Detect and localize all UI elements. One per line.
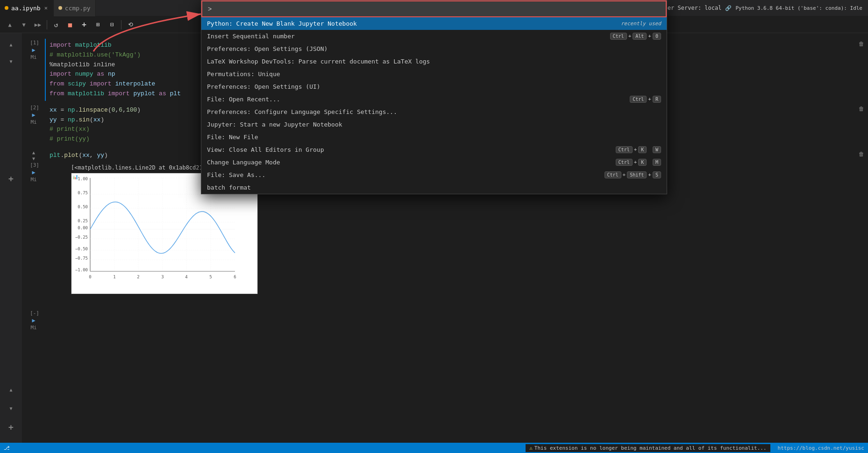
cp-item-change-language[interactable]: Change Language Mode Ctrl + K M	[201, 156, 667, 169]
cp-space	[648, 159, 651, 165]
cell-2-run-button[interactable]: ▶	[32, 112, 35, 118]
cell-2-type: Mi	[30, 119, 36, 125]
cp-item-label: File: Save As...	[207, 171, 265, 178]
toolbar-separator-1	[47, 20, 47, 29]
cp-item-left: File: Open Recent...	[207, 96, 280, 103]
warning-url[interactable]: https://blog.csdn.net/yusisc	[778, 445, 864, 451]
add-cell-button[interactable]: +	[78, 19, 90, 31]
outline-button[interactable]: ⊟	[106, 19, 118, 31]
svg-text:1: 1	[113, 275, 115, 279]
cp-plus: +	[648, 172, 651, 178]
run-next-button[interactable]: ▼	[18, 19, 30, 31]
collapse-down-icon[interactable]: ▼	[4, 54, 19, 69]
cp-recently-used: recently used	[621, 21, 661, 27]
cp-item-batch-format[interactable]: batch format	[201, 181, 667, 194]
cp-item-open-settings-ui[interactable]: Preferences: Open Settings (UI)	[201, 80, 667, 93]
cell-1-run-button[interactable]: ▶	[32, 47, 35, 53]
cell-3-controls: ▲ ▼ [3] ▶ Mi	[22, 149, 45, 183]
cp-item-open-recent[interactable]: File: Open Recent... Ctrl + R	[201, 93, 667, 106]
grid-view-button[interactable]: ⊞	[92, 19, 104, 31]
add-cell-bottom-button[interactable]: +	[4, 419, 19, 434]
cell-3-collapse-up[interactable]: ▲	[32, 150, 35, 155]
cp-plus: +	[648, 96, 651, 102]
cp-item-save-as[interactable]: File: Save As... Ctrl + Shift + S	[201, 169, 667, 181]
status-warning[interactable]: ⚠ This extension is no longer being main…	[526, 444, 770, 452]
status-bar: ⎇ ⚠ This extension is no longer being ma…	[0, 443, 868, 453]
cp-item-label: batch format	[207, 184, 251, 191]
cp-key: S	[653, 171, 661, 178]
cp-item-label: Preferences: Configure Language Specific…	[207, 108, 397, 115]
collapse-down-2-icon[interactable]: ▼	[4, 401, 19, 416]
cp-item-label: Jupyter: Start a new Jupyter Notebook	[207, 121, 342, 128]
cp-shortcut: Ctrl + K M	[616, 159, 661, 166]
cp-item-open-settings-json[interactable]: Preferences: Open Settings (JSON)	[201, 42, 667, 55]
cp-shortcut: Ctrl + K W	[616, 146, 661, 153]
svg-text:6: 6	[234, 275, 236, 279]
collapse-up-2-icon[interactable]: ▲	[4, 382, 19, 397]
svg-text:2: 2	[137, 275, 139, 279]
cell-minus-body[interactable]	[45, 309, 868, 319]
interrupt-button[interactable]: ■	[64, 19, 76, 31]
cp-item-permutations[interactable]: Permutations: Unique	[201, 68, 667, 80]
svg-text:−0.25: −0.25	[75, 235, 88, 240]
cp-key: K	[638, 159, 647, 166]
command-palette-input[interactable]	[202, 1, 666, 16]
cp-item-label: File: New File	[207, 134, 258, 141]
cp-item-latex-devtools[interactable]: LaTeX Workshop DevTools: Parse current d…	[201, 55, 667, 68]
warning-text: This extension is no longer being mainta…	[534, 445, 767, 451]
cell-3-collapse-down[interactable]: ▼	[32, 156, 35, 161]
cp-key: W	[653, 146, 661, 153]
cp-item-left: View: Close All Editors in Group	[207, 146, 324, 153]
cp-key: Ctrl	[616, 159, 633, 166]
cell-minus-type: Mi	[30, 325, 36, 331]
svg-text:0.75: 0.75	[78, 191, 88, 195]
cell-2-delete-button[interactable]: 🗑	[857, 104, 868, 114]
tab-close-aa[interactable]: ✕	[43, 4, 49, 12]
redo-button[interactable]: ⟲	[124, 19, 136, 31]
add-cell-sidebar-button[interactable]: +	[4, 171, 19, 186]
svg-text:5: 5	[209, 275, 212, 279]
cp-key: Ctrl	[610, 33, 627, 40]
cp-item-start-jupyter[interactable]: Jupyter: Start a new Jupyter Notebook	[201, 118, 667, 131]
cp-item-label: File: Open Recent...	[207, 96, 280, 103]
cp-item-insert-sequential[interactable]: Insert Sequential number Ctrl + Alt + 0	[201, 30, 667, 42]
cp-plus: +	[623, 172, 626, 178]
cp-shortcut: Ctrl + R	[630, 96, 661, 103]
svg-text:−0.75: −0.75	[75, 256, 88, 261]
cp-item-left: Change Language Mode	[207, 159, 280, 166]
cp-plus: +	[648, 33, 651, 39]
cp-item-new-file[interactable]: File: New File	[201, 131, 667, 143]
svg-text:0.00: 0.00	[78, 226, 88, 230]
cp-item-configure-language[interactable]: Preferences: Configure Language Specific…	[201, 106, 667, 118]
cell-1-delete-button[interactable]: 🗑	[857, 39, 868, 49]
cell-1-controls: [1] ▶ Mi	[22, 39, 45, 60]
restart-kernel-button[interactable]: ↺	[50, 19, 62, 31]
chart-icon: 📊	[72, 174, 78, 179]
svg-text:4: 4	[185, 275, 187, 279]
cp-key: Ctrl	[605, 171, 621, 178]
cp-space	[648, 147, 651, 153]
tab-dot-yellow	[58, 6, 62, 10]
collapse-up-icon[interactable]: ▲	[4, 37, 19, 52]
status-right: ⚠ This extension is no longer being main…	[526, 444, 864, 452]
cell-3-delete-button[interactable]: 🗑	[857, 149, 868, 159]
cp-item-close-all-editors[interactable]: View: Close All Editors in Group Ctrl + …	[201, 143, 667, 156]
run-prev-button[interactable]: ▲	[4, 19, 16, 31]
cell-3-run-button[interactable]: ▶	[32, 169, 35, 176]
cp-item-left: Insert Sequential number	[207, 33, 295, 40]
tab-ccmp-py[interactable]: ccmp.py	[54, 0, 96, 16]
cp-item-create-notebook[interactable]: Python: Create New Blank Jupyter Noteboo…	[201, 17, 667, 30]
cell-1-number: [1]	[28, 40, 39, 46]
svg-text:−1.00: −1.00	[75, 268, 88, 272]
tab-aa-ipynb[interactable]: aa.ipynb ✕	[0, 0, 54, 16]
kernel-label[interactable]: Python 3.6.8 64-bit ('base': conda): Idl…	[735, 5, 862, 11]
command-palette[interactable]: Python: Create New Blank Jupyter Noteboo…	[201, 0, 667, 194]
run-all-cells-button[interactable]: ▶▶	[32, 19, 44, 31]
cell-2-controls: [2] ▶ Mi	[22, 104, 45, 125]
cell-minus-run-button[interactable]: ▶	[32, 317, 35, 324]
cell-1-type: Mi	[30, 54, 36, 60]
svg-text:0.50: 0.50	[78, 205, 88, 209]
cp-item-label: View: Close All Editors in Group	[207, 146, 324, 153]
cp-plus: +	[628, 33, 632, 39]
cell-minus-controls: [-] ▶ Mi	[22, 309, 45, 331]
